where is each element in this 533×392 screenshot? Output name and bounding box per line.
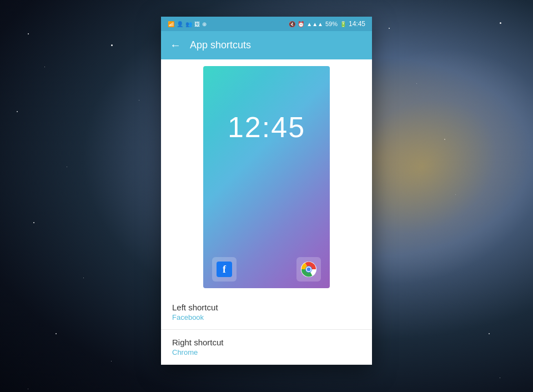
facebook-icon: f xyxy=(217,262,232,277)
mute-icon: 🔇 xyxy=(289,21,295,27)
right-shortcut-title: Right shortcut xyxy=(172,338,361,347)
lock-shortcut-left[interactable]: f xyxy=(212,257,237,282)
image-icon: 🖼 xyxy=(194,21,200,27)
status-icons-right: 🔇 ⏰ ▲▲▲ 59% 🔋 14:45 xyxy=(289,20,365,28)
lock-screen-time: 12:45 xyxy=(203,110,330,144)
battery-icon: 🔋 xyxy=(340,21,346,27)
alarm-icon: ⏰ xyxy=(298,21,304,27)
status-icons-left: 📶 👤 👥 🖼 ⊕ xyxy=(168,21,207,27)
lock-screen-preview: 12:45 f xyxy=(203,66,330,288)
lock-shortcut-right[interactable] xyxy=(296,257,321,282)
wifi-icon: 📶 xyxy=(168,21,174,27)
battery-percent: 59% xyxy=(325,21,338,27)
status-time: 14:45 xyxy=(349,20,365,28)
phone-container: 📶 👤 👥 🖼 ⊕ 🔇 ⏰ ▲▲▲ 59% 🔋 14:45 ← App shor… xyxy=(161,17,372,365)
left-shortcut-item[interactable]: Left shortcut Facebook xyxy=(161,295,372,330)
settings-list: Left shortcut Facebook Right shortcut Ch… xyxy=(161,295,372,365)
app-bar: ← App shortcuts xyxy=(161,31,372,59)
person2-icon: 👥 xyxy=(185,21,192,27)
left-shortcut-value: Facebook xyxy=(172,313,361,321)
chrome-icon xyxy=(300,261,317,278)
preview-wrapper: 12:45 f xyxy=(161,59,372,295)
signal-icon: ▲▲▲ xyxy=(306,21,323,27)
person-icon: 👤 xyxy=(177,21,183,27)
app-bar-title: App shortcuts xyxy=(190,39,251,51)
right-shortcut-item[interactable]: Right shortcut Chrome xyxy=(161,330,372,365)
right-shortcut-value: Chrome xyxy=(172,348,361,356)
svg-point-3 xyxy=(307,268,311,272)
location-icon: ⊕ xyxy=(202,21,207,27)
back-button[interactable]: ← xyxy=(170,39,181,52)
left-shortcut-title: Left shortcut xyxy=(172,303,361,312)
status-bar: 📶 👤 👥 🖼 ⊕ 🔇 ⏰ ▲▲▲ 59% 🔋 14:45 xyxy=(161,17,372,31)
